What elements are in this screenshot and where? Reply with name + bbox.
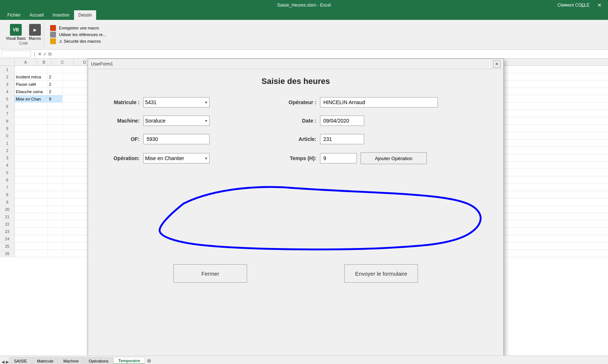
visual-basic-label[interactable]: Visual Basic: [6, 36, 26, 40]
operateur-label: Opérateur :: [280, 99, 316, 105]
sheet-tab-add-button[interactable]: ⊕: [145, 357, 153, 364]
drawing-svg: [103, 172, 489, 257]
ribbon-group-code: VB Visual Basic ▶ Macros Code: [3, 22, 44, 47]
formula-input[interactable]: [53, 52, 607, 57]
userform-body: Saisie des heures Matricule : 5431 Opéra…: [88, 69, 503, 290]
operation-select[interactable]: Mise en Chantier: [143, 153, 210, 163]
article-input[interactable]: [320, 134, 364, 144]
col-header-c: C: [52, 59, 74, 66]
window-title: Saisie_Heures.xlsm - Excel: [277, 3, 331, 8]
operation-label: Opération:: [103, 155, 140, 161]
form-heading: Saisie des heures: [103, 77, 489, 86]
envoyer-formulaire-button[interactable]: Envoyer le formulaire: [344, 264, 418, 283]
userform-close-button[interactable]: ✕: [493, 60, 500, 68]
userform-title-label: UserForm1: [91, 61, 113, 67]
enregistrer-macro-btn[interactable]: Enregistrer une macro: [50, 25, 106, 31]
tab-insertion[interactable]: Insertion: [48, 10, 74, 20]
machine-select[interactable]: Soraluce: [143, 116, 210, 126]
form-right-date: Date :: [280, 116, 364, 126]
matricule-select[interactable]: 5431: [143, 97, 210, 107]
check-icon[interactable]: ✕: [38, 52, 42, 57]
code-group-label: Code: [19, 41, 28, 45]
macros-label[interactable]: Macros: [29, 36, 41, 40]
operateur-input[interactable]: [320, 97, 438, 107]
fx-label: fx: [48, 52, 52, 57]
tab-fichier[interactable]: Fichier: [3, 10, 25, 20]
userform-titlebar: UserForm1 ✕: [88, 59, 503, 69]
form-left-of: OF:: [103, 134, 243, 144]
ajouter-operation-button[interactable]: Ajouter Opération: [361, 152, 427, 164]
form-right-article: Article:: [280, 134, 364, 144]
tab-dessin[interactable]: Dessin: [74, 10, 96, 20]
maximize-button[interactable]: □: [574, 0, 591, 10]
sheet-content: A B C D E 1 2Incident méca2 3Pause café2…: [0, 59, 608, 356]
form-row-matricule-operateur: Matricule : 5431 Opérateur :: [103, 97, 489, 107]
ribbon: Fichier Accueil Insertion Dessin VB Visu…: [0, 10, 608, 50]
securite-macros-label: ⚠ Sécurité des macros: [59, 39, 101, 44]
title-bar: Saisie_Heures.xlsm - Excel Clement COLLE…: [0, 0, 608, 10]
fermer-button[interactable]: Fermer: [173, 264, 247, 283]
macros-icon: ▶: [29, 24, 41, 36]
utiliser-references-btn[interactable]: Utiliser les références re...: [50, 32, 106, 38]
of-input[interactable]: [143, 134, 210, 144]
sheet-nav-left[interactable]: ◀: [1, 360, 4, 364]
sheet-tabs: ◀ ▶ SAISIE Matricule Machine Opérations …: [0, 356, 608, 364]
formula-bar: | ✕ ✓ fx: [0, 50, 608, 59]
close-button[interactable]: ✕: [591, 0, 608, 10]
date-label: Date :: [280, 118, 316, 124]
spreadsheet-area: A B C D E 1 2Incident méca2 3Pause café2…: [0, 59, 608, 356]
temps-input[interactable]: [320, 153, 357, 163]
date-input[interactable]: [320, 116, 364, 126]
form-left-machine: Machine: Soraluce: [103, 116, 243, 126]
blue-ellipse-drawing: [159, 187, 481, 250]
sheet-tab-saisie[interactable]: SAISIE: [9, 357, 32, 364]
sheet-tab-operations[interactable]: Opérations: [84, 357, 113, 364]
utiliser-references-label: Utiliser les références re...: [59, 32, 106, 37]
form-row-machine-date: Machine: Soraluce Date :: [103, 116, 489, 126]
sheet-tab-machine[interactable]: Machine: [59, 357, 84, 364]
form-right-temps-ajouter: Temps (H): Ajouter Opération: [280, 152, 427, 164]
enregistrer-macro-label: Enregistrer une macro: [59, 26, 99, 30]
ribbon-content: VB Visual Basic ▶ Macros Code Enregistre…: [0, 20, 608, 49]
col-header-rownum: [0, 59, 15, 66]
article-label: Article:: [280, 136, 316, 142]
minimize-button[interactable]: ─: [557, 0, 574, 10]
sheet-tab-matricule[interactable]: Matricule: [32, 357, 58, 364]
sheet-nav-right[interactable]: ▶: [6, 360, 9, 364]
form-row-operation-temps: Opération: Mise en Chantier Temps (H): A…: [103, 152, 489, 164]
form-row-of-article: OF: Article:: [103, 134, 489, 144]
machine-label: Machine:: [103, 118, 140, 124]
securite-macros-btn[interactable]: ⚠ Sécurité des macros: [50, 38, 106, 44]
form-left-operation: Opération: Mise en Chantier: [103, 153, 243, 163]
window-controls: ─ □ ✕: [557, 0, 608, 10]
visual-basic-icon: VB: [10, 24, 22, 36]
name-box[interactable]: [1, 51, 31, 57]
matricule-select-wrapper: 5431: [143, 97, 210, 107]
form-right-operateur: Opérateur :: [280, 97, 438, 107]
ribbon-macro-options: Enregistrer une macro Utiliser les référ…: [47, 24, 109, 46]
operation-select-wrapper: Mise en Chantier: [143, 153, 210, 163]
form-left-matricule: Matricule : 5431: [103, 97, 243, 107]
col-header-b: B: [37, 59, 52, 66]
temps-label: Temps (H):: [280, 155, 316, 161]
sheet-nav-arrows: ◀ ▶: [1, 360, 9, 364]
machine-select-wrapper: Soraluce: [143, 116, 210, 126]
form-buttons-row: Fermer Envoyer le formulaire: [103, 264, 489, 283]
drawing-area: [103, 172, 489, 257]
confirm-icon[interactable]: ✓: [43, 52, 47, 57]
matricule-label: Matricule :: [103, 99, 140, 105]
formula-separator: |: [34, 52, 35, 57]
col-header-a: A: [15, 59, 37, 66]
sheet-tab-temporaire[interactable]: Temporaire: [113, 357, 145, 364]
ribbon-tab-bar: Fichier Accueil Insertion Dessin: [0, 10, 608, 20]
of-label: OF:: [103, 136, 140, 142]
tab-accueil[interactable]: Accueil: [25, 10, 48, 20]
userform-dialog: UserForm1 ✕ Saisie des heures Matricule …: [88, 59, 504, 356]
